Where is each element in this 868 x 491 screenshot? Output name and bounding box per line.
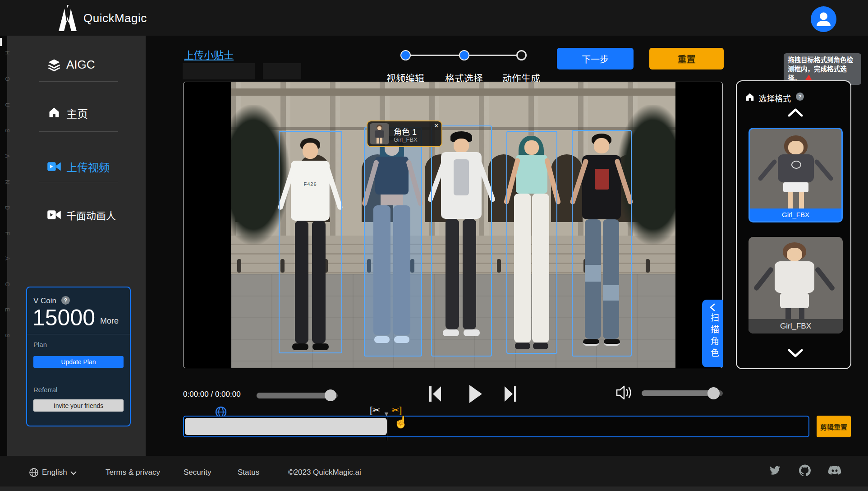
person-icon: [811, 6, 836, 32]
format-card-label: Girl_FBX: [750, 208, 841, 221]
play-button[interactable]: [468, 384, 483, 404]
scan-button-label: 扫描角色: [708, 313, 720, 360]
trim-end-scissors-icon[interactable]: ✂]: [391, 405, 402, 415]
divider: [27, 334, 130, 334]
sidebar-item-label: 上传视频: [66, 159, 110, 175]
user-avatar-button[interactable]: [811, 6, 836, 32]
security-link[interactable]: Security: [184, 468, 211, 477]
twitter-icon[interactable]: [769, 466, 781, 476]
sidebar-item-label: 千面动画人: [66, 208, 116, 222]
seek-slider-knob[interactable]: [325, 389, 336, 401]
hand-cursor-icon: ☝: [394, 416, 408, 428]
character-detection-box-1[interactable]: [279, 131, 342, 353]
discord-icon[interactable]: [828, 466, 841, 476]
terms-privacy-link[interactable]: Terms & privacy: [106, 468, 160, 477]
timeline-cut-line: [387, 416, 387, 440]
step-connector: [410, 55, 459, 56]
character-tag-name: 角色 1: [394, 125, 417, 137]
home-icon: [744, 92, 755, 102]
scan-characters-button[interactable]: 扫描角色: [702, 300, 723, 367]
vcoin-card: V Coin ? 15000 More Plan Update Plan Ref…: [26, 287, 131, 426]
invite-friends-button[interactable]: Invite your friends: [33, 399, 124, 412]
sidebar-item-label: 主页: [66, 105, 88, 121]
character-detection-box-3[interactable]: [431, 125, 492, 357]
placeholder-box: [183, 63, 255, 79]
quickmagic-logo-icon: [57, 5, 78, 32]
sidebar-item-upload-video[interactable]: 上传视频: [0, 153, 138, 180]
layers-icon: [47, 58, 61, 72]
chevron-down-icon[interactable]: [70, 471, 77, 475]
divider: [39, 131, 118, 132]
format-card-girl-fbx-selected[interactable]: Girl_FBX: [749, 128, 843, 222]
sidebar-item-thousand-faces[interactable]: 千面动画人: [0, 201, 138, 228]
trim-start-scissors-icon[interactable]: [✂: [370, 405, 380, 415]
time-display: 0:00:00 / 0:00:00: [183, 390, 241, 399]
video-player[interactable]: F426: [183, 82, 723, 368]
app-window: QuickMagic HOUSANDFACES AIGC 主页: [0, 0, 868, 491]
step-dot-format-select: [459, 50, 469, 60]
chevron-left-icon: [708, 303, 716, 311]
top-bar: QuickMagic: [0, 0, 868, 36]
character-detection-box-2-selected[interactable]: [364, 127, 422, 357]
vcoin-help-icon[interactable]: ?: [61, 296, 70, 305]
step-dot-motion-generate: [516, 50, 527, 60]
vcoin-balance: 15000: [32, 305, 95, 331]
timeline-clip-region[interactable]: [185, 418, 387, 435]
next-step-button[interactable]: 下一步: [557, 48, 634, 69]
brand-name: QuickMagic: [83, 11, 147, 25]
video-camera-icon: [47, 161, 61, 172]
status-link[interactable]: Status: [238, 468, 259, 477]
character-tag-format: Girl_FBX: [394, 136, 418, 143]
volume-slider-knob[interactable]: [707, 387, 720, 399]
character-detection-box-4[interactable]: [506, 131, 557, 354]
step-connector: [469, 55, 516, 56]
vcoin-more-link[interactable]: More: [100, 316, 119, 326]
upload-tips-link[interactable]: 上传小贴士: [184, 47, 234, 61]
scroll-down-chevron[interactable]: [787, 348, 804, 358]
character-format-tag[interactable]: 角色 1 Girl_FBX ×: [367, 120, 442, 147]
home-icon: [48, 106, 60, 119]
referral-label: Referral: [33, 386, 57, 394]
step-dot-video-edit: [400, 50, 411, 60]
divider: [39, 81, 118, 82]
sidebar-item-home[interactable]: 主页: [0, 99, 138, 126]
volume-icon[interactable]: [615, 384, 635, 401]
format-select-panel: 选择格式 ? Girl_FBX Girl: [736, 80, 851, 369]
character-detection-box-5[interactable]: [572, 130, 632, 357]
footer-bottom-strip: [0, 486, 868, 491]
format-card-girl-fbx-2[interactable]: Girl_FBX: [749, 237, 843, 334]
format-panel-title: 选择格式: [758, 92, 791, 104]
language-selector[interactable]: English: [42, 468, 67, 477]
divider: [39, 182, 118, 182]
previous-frame-button[interactable]: [428, 385, 442, 403]
plan-label: Plan: [33, 341, 47, 348]
edge-marker: [0, 38, 2, 46]
copyright-text: ©2023 QuickMagic.ai: [288, 468, 361, 477]
vcoin-title: V Coin: [33, 296, 56, 306]
github-icon[interactable]: [799, 464, 811, 476]
clip-reset-button[interactable]: 剪辑重置: [817, 416, 851, 437]
sidebar-item-label: AIGC: [66, 58, 95, 72]
format-card-label: Girl_FBX: [749, 319, 843, 334]
next-frame-button[interactable]: [504, 385, 517, 403]
update-plan-button[interactable]: Update Plan: [33, 356, 124, 368]
format-help-icon[interactable]: ?: [796, 93, 804, 101]
close-icon[interactable]: ×: [434, 122, 438, 130]
video-camera-icon: [47, 209, 61, 221]
globe-icon: [29, 468, 39, 477]
placeholder-box: [263, 63, 301, 79]
sidebar-item-aigc[interactable]: AIGC: [0, 51, 138, 78]
character-thumbnail: [370, 123, 389, 144]
reset-button[interactable]: 重置: [649, 48, 724, 69]
scroll-up-chevron[interactable]: [787, 107, 804, 117]
